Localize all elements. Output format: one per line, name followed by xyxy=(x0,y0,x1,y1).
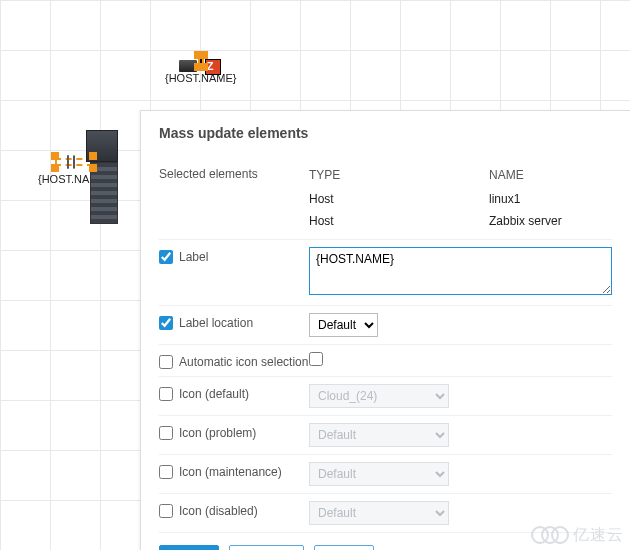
selection-handle[interactable] xyxy=(89,152,97,160)
watermark-text: 亿速云 xyxy=(573,525,624,546)
selected-elements-table: TYPE NAME Host linux1 Host Zabbix server xyxy=(309,164,612,232)
label-location-checkbox[interactable] xyxy=(159,316,173,330)
map-element-tower[interactable]: {HOST.NAME} xyxy=(38,156,110,186)
remove-button[interactable]: Remove xyxy=(229,545,304,550)
watermark: 亿速云 xyxy=(531,524,624,546)
table-header-type: TYPE xyxy=(309,168,489,182)
icon-default-title: Icon (default) xyxy=(179,387,249,401)
apply-button[interactable]: Apply xyxy=(159,545,219,550)
map-element-rack[interactable]: Z {HOST.NAME} xyxy=(165,55,237,85)
auto-icon-title: Automatic icon selection xyxy=(179,355,308,369)
cell-name: Zabbix server xyxy=(489,214,612,228)
cell-type: Host xyxy=(309,214,489,228)
icon-disabled-title: Icon (disabled) xyxy=(179,504,258,518)
server-tower-icon xyxy=(73,155,75,169)
label-input[interactable]: {HOST.NAME} xyxy=(309,247,612,295)
selection-handle[interactable] xyxy=(200,63,208,71)
dialog-title: Mass update elements xyxy=(159,125,612,141)
icon-disabled-checkbox[interactable] xyxy=(159,504,173,518)
map-canvas[interactable]: Z {HOST.NAME} {HOST.NAME} Mass update el… xyxy=(0,0,630,550)
table-header-name: NAME xyxy=(489,168,612,182)
cell-name: linux1 xyxy=(489,192,612,206)
cell-type: Host xyxy=(309,192,489,206)
icon-disabled-select: Default xyxy=(309,501,449,525)
icon-maintenance-checkbox[interactable] xyxy=(159,465,173,479)
label-field-title: Label xyxy=(179,250,208,264)
close-button[interactable]: Close xyxy=(314,545,375,550)
table-row: Host Zabbix server xyxy=(309,210,612,232)
label-location-title: Label location xyxy=(179,316,253,330)
label-location-select[interactable]: Default xyxy=(309,313,378,337)
selection-handle[interactable] xyxy=(200,51,208,59)
selection-handle[interactable] xyxy=(51,164,59,172)
label-checkbox[interactable] xyxy=(159,250,173,264)
selection-handle[interactable] xyxy=(51,152,59,160)
map-element-label: {HOST.NAME} xyxy=(165,71,237,85)
icon-default-checkbox[interactable] xyxy=(159,387,173,401)
selection-handle[interactable] xyxy=(89,164,97,172)
icon-maintenance-select: Default xyxy=(309,462,449,486)
icon-problem-checkbox[interactable] xyxy=(159,426,173,440)
icon-problem-select: Default xyxy=(309,423,449,447)
auto-icon-checkbox[interactable] xyxy=(159,355,173,369)
mass-update-dialog: Mass update elements Selected elements T… xyxy=(140,110,630,550)
selected-elements-label: Selected elements xyxy=(159,164,309,181)
watermark-rings-icon xyxy=(531,524,569,546)
auto-icon-value-checkbox[interactable] xyxy=(309,352,323,366)
icon-problem-title: Icon (problem) xyxy=(179,426,256,440)
table-row: Host linux1 xyxy=(309,188,612,210)
icon-maintenance-title: Icon (maintenance) xyxy=(179,465,282,479)
icon-default-select: Cloud_(24) xyxy=(309,384,449,408)
